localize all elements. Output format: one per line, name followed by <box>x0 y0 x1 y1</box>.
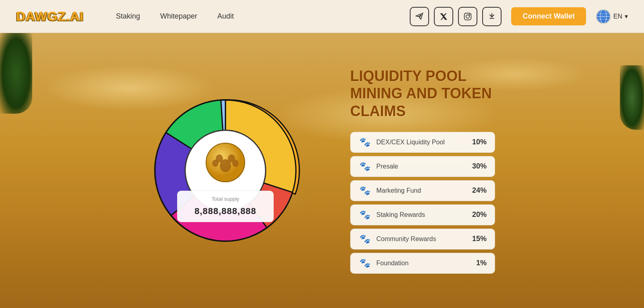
dex-name: DEX/CEX Liquidity Pool <box>376 139 445 146</box>
nav-staking[interactable]: Staking <box>116 12 140 21</box>
right-panel: LIQUIDITY POOL MINING AND TOKEN CLAIMS 🐾… <box>350 67 495 274</box>
section-title: LIQUIDITY POOL MINING AND TOKEN CLAIMS <box>350 67 495 120</box>
marketing-paw-icon: 🐾 <box>359 185 371 196</box>
allocation-foundation: 🐾 Foundation 1% <box>350 253 495 274</box>
header-right: Connect Wallet EN ▾ <box>410 7 628 26</box>
staking-pct: 20% <box>472 210 487 219</box>
nav-audit[interactable]: Audit <box>217 12 234 21</box>
allocation-list: 🐾 DEX/CEX Liquidity Pool 10% 🐾 Presale 3… <box>350 132 495 274</box>
main-content: Total supply 8,888,888,888 LIQUIDITY POO… <box>0 33 644 308</box>
allocation-presale: 🐾 Presale 30% <box>350 156 495 177</box>
allocation-dex: 🐾 DEX/CEX Liquidity Pool 10% <box>350 132 495 153</box>
globe-icon <box>596 9 611 24</box>
foundation-pct: 1% <box>476 259 487 267</box>
presale-paw-icon: 🐾 <box>359 161 371 172</box>
allocation-marketing: 🐾 Marketing Fund 24% <box>350 180 495 201</box>
marketing-name: Marketing Fund <box>376 187 421 194</box>
svg-point-1 <box>466 15 469 18</box>
allocation-staking: 🐾 Staking Rewards 20% <box>350 204 495 225</box>
allocation-community: 🐾 Community Rewards 15% <box>350 229 495 250</box>
pie-chart-container: Total supply 8,888,888,888 <box>149 94 302 247</box>
lang-label: EN <box>613 13 622 20</box>
foundation-name: Foundation <box>376 260 409 267</box>
pie-chart: Total supply 8,888,888,888 <box>149 94 302 247</box>
linktree-button[interactable] <box>482 7 502 26</box>
presale-pct: 30% <box>472 162 487 171</box>
staking-paw-icon: 🐾 <box>359 210 371 220</box>
logo: DAWGZ.AI <box>16 9 84 24</box>
svg-point-16 <box>212 160 219 167</box>
dex-pct: 10% <box>472 138 487 146</box>
svg-text:Total supply: Total supply <box>212 196 239 202</box>
svg-point-17 <box>232 160 239 167</box>
foundation-paw-icon: 🐾 <box>359 258 371 268</box>
svg-text:8,888,888,888: 8,888,888,888 <box>194 206 256 216</box>
marketing-pct: 24% <box>472 186 487 195</box>
nav-whitepaper[interactable]: Whitepaper <box>160 12 197 21</box>
header: DAWGZ.AI Staking Whitepaper Audit Connec… <box>0 0 644 33</box>
connect-wallet-button[interactable]: Connect Wallet <box>511 7 586 25</box>
staking-name: Staking Rewards <box>376 211 425 219</box>
dex-paw-icon: 🐾 <box>359 137 371 148</box>
community-pct: 15% <box>472 235 487 243</box>
twitter-x-button[interactable] <box>434 7 453 26</box>
instagram-button[interactable] <box>458 7 477 26</box>
nav: Staking Whitepaper Audit <box>116 12 410 21</box>
community-paw-icon: 🐾 <box>359 234 371 244</box>
language-selector[interactable]: EN ▾ <box>596 9 628 24</box>
presale-name: Presale <box>376 163 398 170</box>
svg-point-2 <box>469 14 470 15</box>
lang-chevron[interactable]: ▾ <box>625 12 628 20</box>
telegram-button[interactable] <box>410 7 429 26</box>
community-name: Community Rewards <box>376 235 436 243</box>
content-area: Total supply 8,888,888,888 LIQUIDITY POO… <box>0 33 644 308</box>
svg-rect-0 <box>464 13 471 20</box>
